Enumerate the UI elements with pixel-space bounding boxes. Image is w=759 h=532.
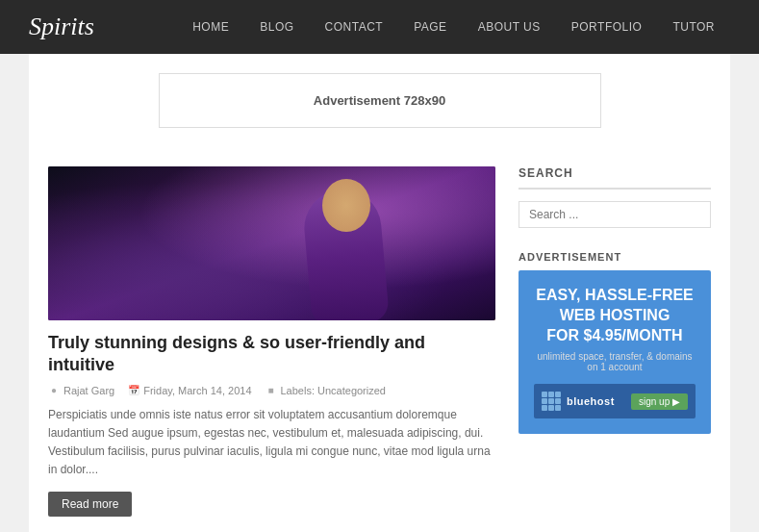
date-icon: 📅 <box>128 385 139 396</box>
read-more-button[interactable]: Read more <box>48 492 132 517</box>
author-icon: ● <box>48 385 60 396</box>
post-image-1[interactable] <box>48 166 495 320</box>
site-logo[interactable]: Spirits <box>29 13 94 41</box>
nav-portfolio[interactable]: PORTFOLIO <box>556 20 658 34</box>
bluehost-logo: bluehost <box>542 392 615 411</box>
post-labels: ■ Labels: Uncategorized <box>266 385 386 396</box>
ad-banner-label: Advertisement 728x90 <box>314 93 445 108</box>
sidebar-ad-title: ADVERTISEMENT <box>519 251 711 263</box>
main-nav: HOME BLOG CONTACT PAGE ABOUT US PORTFOLI… <box>177 20 730 34</box>
sidebar-ad-sub: unlimited space, transfer, & domains on … <box>534 351 696 372</box>
post-author: ● Rajat Garg <box>48 385 114 396</box>
search-section: SEARCH <box>519 166 711 228</box>
sidebar-ad-line1: EASY, HASSLE-FREE WEB HOSTING FOR $4.95/… <box>534 286 696 345</box>
sidebar-ad-box[interactable]: EASY, HASSLE-FREE WEB HOSTING FOR $4.95/… <box>519 270 711 434</box>
post-title: Truly stunning designs & so user-friendl… <box>48 332 495 377</box>
nav-home[interactable]: HOME <box>177 20 244 34</box>
bluehost-grid-icon <box>542 392 561 411</box>
blog-content: Truly stunning designs & so user-friendl… <box>48 166 495 532</box>
nav-about-us[interactable]: ABOUT US <box>463 20 556 34</box>
post-item-1: Truly stunning designs & so user-friendl… <box>48 166 495 517</box>
post-date: 📅 Friday, March 14, 2014 <box>128 385 251 396</box>
main-content: Truly stunning designs & so user-friendl… <box>29 147 730 532</box>
post-meta: ● Rajat Garg 📅 Friday, March 14, 2014 ■ … <box>48 385 495 396</box>
bluehost-name: bluehost <box>567 395 615 407</box>
nav-tutor[interactable]: TUTOR <box>657 20 730 34</box>
nav-page[interactable]: PAGE <box>398 20 462 34</box>
site-header: Spirits HOME BLOG CONTACT PAGE ABOUT US … <box>0 0 759 54</box>
sidebar: SEARCH ADVERTISEMENT EASY, HASSLE-FREE W… <box>519 166 711 532</box>
search-input[interactable] <box>519 201 711 228</box>
nav-contact[interactable]: CONTACT <box>310 20 399 34</box>
post-image-figure-1 <box>48 166 495 320</box>
bluehost-signup-button[interactable]: sign up ▶ <box>631 393 688 410</box>
post-excerpt: Perspiciatis unde omnis iste natus error… <box>48 406 495 480</box>
nav-blog[interactable]: BLOG <box>244 20 309 34</box>
bluehost-bar[interactable]: bluehost sign up ▶ <box>534 384 696 418</box>
labels-icon: ■ <box>266 385 277 396</box>
sidebar-ad-section: ADVERTISEMENT EASY, HASSLE-FREE WEB HOST… <box>519 251 711 434</box>
ad-banner[interactable]: Advertisement 728x90 <box>159 73 601 128</box>
search-section-title: SEARCH <box>519 166 711 190</box>
ad-banner-wrapper: Advertisement 728x90 <box>29 54 730 147</box>
